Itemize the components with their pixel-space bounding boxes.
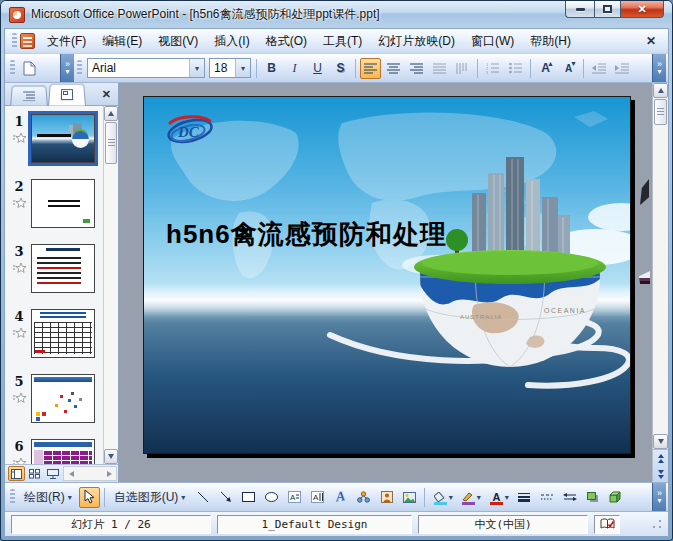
tab-outline[interactable] <box>10 86 48 106</box>
next-slide-button[interactable] <box>653 466 668 482</box>
new-slide-button[interactable] <box>19 58 40 79</box>
tab-slides[interactable] <box>48 84 86 106</box>
align-left-button[interactable] <box>360 58 381 79</box>
formatting-toolbar-overflow-button[interactable]: »▾ <box>652 54 666 82</box>
insert-picture-button[interactable] <box>399 487 420 508</box>
increase-indent-button[interactable] <box>611 58 632 79</box>
menu-format[interactable]: 格式(O) <box>258 29 315 54</box>
slide-thumbnail-1[interactable]: 1 <box>7 114 102 166</box>
text-box-button[interactable]: A <box>284 487 305 508</box>
standard-toolbar-drag-handle[interactable] <box>10 60 15 76</box>
slide-title-textbox[interactable]: h5n6禽流感预防和处理 <box>166 217 447 252</box>
vertical-text-box-button[interactable]: A <box>307 487 328 508</box>
increase-font-size-button[interactable]: A▲ <box>535 58 556 79</box>
menu-help[interactable]: 帮助(H) <box>522 29 579 54</box>
menu-tools[interactable]: 工具(T) <box>315 29 370 54</box>
slide-thumbnail-2[interactable]: 2 <box>7 179 102 231</box>
previous-slide-button[interactable] <box>653 450 668 466</box>
scrollbar-track[interactable] <box>653 126 668 434</box>
font-size-combo[interactable]: 18 ▾ <box>209 58 251 78</box>
slide-sorter-view-button[interactable] <box>26 466 43 481</box>
scroll-down-button[interactable] <box>104 449 118 464</box>
line-tool-button[interactable] <box>192 487 213 508</box>
close-document-icon[interactable]: ✕ <box>638 32 664 50</box>
bold-button[interactable]: B <box>261 58 282 79</box>
distribute-button[interactable] <box>429 58 450 79</box>
line-style-button[interactable] <box>513 487 534 508</box>
menu-slideshow[interactable]: 幻灯片放映(D) <box>370 29 463 54</box>
line-color-button[interactable]: ▾ <box>457 487 483 508</box>
dropdown-icon[interactable]: ▾ <box>449 493 453 502</box>
horizontal-scrollbar[interactable] <box>63 466 117 481</box>
slide-thumbnail-3[interactable]: 3 <box>7 244 102 296</box>
scroll-right-button[interactable] <box>102 467 116 480</box>
scroll-left-button[interactable] <box>64 467 78 480</box>
3d-style-button[interactable] <box>605 487 626 508</box>
rectangle-tool-button[interactable] <box>238 487 259 508</box>
scroll-up-button[interactable] <box>104 106 118 121</box>
slide[interactable]: OCEANIA AUSTRALIA <box>143 96 631 454</box>
menu-file[interactable]: 文件(F) <box>39 29 94 54</box>
slide-thumbnail-4[interactable]: 4 <box>7 309 102 361</box>
menubar-drag-handle[interactable] <box>12 33 17 49</box>
align-center-button[interactable] <box>383 58 404 79</box>
design-template-panel[interactable]: 1_Default Design <box>217 515 412 534</box>
drawing-toolbar-overflow-button[interactable]: »▾ <box>652 483 666 511</box>
title-bar[interactable]: Microsoft Office PowerPoint - [h5n6禽流感预防… <box>1 1 672 28</box>
menu-edit[interactable]: 编辑(E) <box>94 29 150 54</box>
menu-window[interactable]: 窗口(W) <box>463 29 522 54</box>
fill-color-button[interactable]: ▾ <box>429 487 455 508</box>
select-objects-button[interactable] <box>79 487 100 508</box>
thumbnail-image[interactable] <box>31 374 95 423</box>
thumbnail-image[interactable] <box>31 179 95 228</box>
underline-button[interactable]: U <box>307 58 328 79</box>
wordart-button[interactable]: A <box>330 487 351 508</box>
dropdown-icon[interactable]: ▾ <box>477 493 481 502</box>
diagram-button[interactable] <box>353 487 374 508</box>
scrollbar-thumb[interactable] <box>105 122 117 164</box>
formatting-toolbar-drag-handle[interactable] <box>77 60 82 76</box>
bullet-list-button[interactable] <box>505 58 526 79</box>
shadow-style-button[interactable] <box>582 487 603 508</box>
decrease-indent-button[interactable] <box>588 58 609 79</box>
scrollbar-thumb[interactable] <box>654 99 667 125</box>
offslide-picture-fragment-bird[interactable] <box>640 179 649 205</box>
scroll-up-button[interactable] <box>653 83 668 98</box>
slide-editing-area[interactable]: OCEANIA AUSTRALIA <box>119 83 652 482</box>
language-panel[interactable]: 中文(中国) <box>418 515 588 534</box>
slide-counter-panel[interactable]: 幻灯片 1 / 26 <box>11 515 211 534</box>
font-name-combo[interactable]: Arial ▾ <box>87 58 205 78</box>
clip-art-button[interactable] <box>376 487 397 508</box>
menu-view[interactable]: 视图(V) <box>150 29 206 54</box>
font-size-dropdown-icon[interactable]: ▾ <box>235 59 250 77</box>
thumbnail-image[interactable] <box>31 439 95 464</box>
thumbnail-image[interactable] <box>31 244 95 293</box>
arrow-style-button[interactable] <box>559 487 580 508</box>
italic-button[interactable]: I <box>284 58 305 79</box>
minimize-button[interactable] <box>565 0 594 18</box>
thumbnail-image[interactable] <box>31 114 95 163</box>
offslide-picture-fragment-ship[interactable] <box>639 271 650 284</box>
scrollbar-track[interactable] <box>104 165 118 449</box>
slideshow-view-button[interactable] <box>44 466 61 481</box>
menu-insert[interactable]: 插入(I) <box>206 29 257 54</box>
arrow-tool-button[interactable] <box>215 487 236 508</box>
text-direction-button[interactable] <box>452 58 473 79</box>
normal-view-button[interactable] <box>8 466 25 481</box>
numbered-list-button[interactable]: 123 <box>482 58 503 79</box>
autoshapes-menu-button[interactable]: 自选图形(U)▾ <box>108 486 192 509</box>
standard-toolbar-overflow-button[interactable]: »▾ <box>60 54 74 82</box>
restore-button[interactable] <box>594 0 621 18</box>
decrease-font-size-button[interactable]: A▼ <box>558 58 579 79</box>
scroll-down-button[interactable] <box>653 434 668 449</box>
document-icon[interactable] <box>20 33 35 49</box>
dropdown-icon[interactable]: ▾ <box>505 493 509 502</box>
oval-tool-button[interactable] <box>261 487 282 508</box>
align-right-button[interactable] <box>406 58 427 79</box>
font-color-button[interactable]: A▾ <box>485 487 511 508</box>
thumbnail-image[interactable] <box>31 309 95 358</box>
dash-style-button[interactable] <box>536 487 557 508</box>
font-name-dropdown-icon[interactable]: ▾ <box>189 59 204 77</box>
drawing-toolbar-drag-handle[interactable] <box>10 489 15 505</box>
spell-check-status-button[interactable] <box>594 515 620 534</box>
